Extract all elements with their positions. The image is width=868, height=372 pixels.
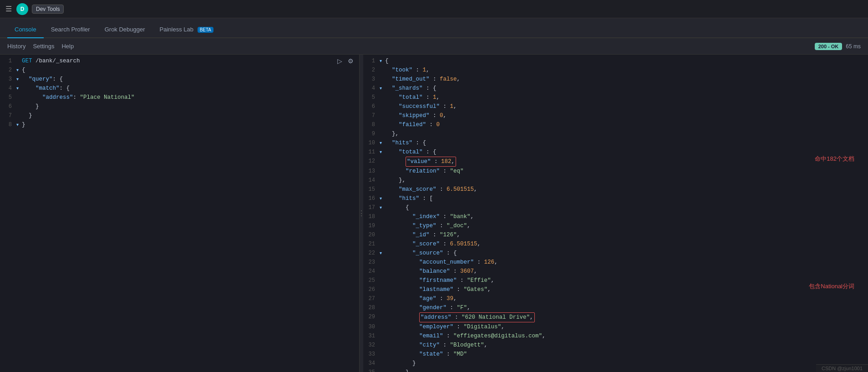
resp-line-12: 12 "value" : 182,: [363, 157, 868, 167]
settings-button[interactable]: Settings: [33, 41, 54, 51]
resp-line-24: 24 "balance" : 3607,: [363, 267, 868, 276]
resp-line-2: 2 "took" : 1,: [363, 66, 868, 75]
avatar: D: [16, 3, 28, 15]
editor-panel: 1 GET /bank/_search ▷ ⚙ 2 ▾ { 3 ▾ "query…: [0, 55, 360, 372]
editor-line-2: 2 ▾ {: [0, 66, 359, 75]
resp-line-33: 33 "state" : "MD": [363, 350, 868, 359]
resp-line-16: 16 ▾ "hits" : [: [363, 194, 868, 203]
run-button[interactable]: ▷: [335, 56, 344, 66]
resp-line-19: 19 "_type" : "_doc",: [363, 221, 868, 230]
editor-line-5: 5 "address": "Place National": [0, 93, 359, 102]
resp-line-28: 28 "gender" : "F",: [363, 303, 868, 312]
top-bar: ☰ D Dev Tools: [0, 0, 868, 18]
resp-line-10: 10 ▾ "hits" : {: [363, 138, 868, 148]
editor-line-7: 7 }: [0, 111, 359, 120]
resp-line-18: 18 "_index" : "bank",: [363, 212, 868, 221]
secondary-bar: History Settings Help 200 - OK 65 ms: [0, 38, 868, 55]
panel-resizer[interactable]: [360, 55, 363, 372]
resp-line-21: 21 "_score" : 6.501515,: [363, 240, 868, 249]
resp-line-34: 34 }: [363, 359, 868, 368]
tab-console[interactable]: Console: [7, 21, 44, 38]
resp-line-6: 6 "successful" : 1,: [363, 102, 868, 111]
main-content: 1 GET /bank/_search ▷ ⚙ 2 ▾ { 3 ▾ "query…: [0, 55, 868, 372]
resp-line-9: 9 },: [363, 129, 868, 138]
resp-line-15: 15 "max_score" : 6.501515,: [363, 185, 868, 194]
resp-line-20: 20 "_id" : "126",: [363, 230, 868, 240]
resp-line-13: 13 "relation" : "eq": [363, 167, 868, 176]
response-panel: 1 ▾ { 2 "took" : 1, 3 "timed_out" : fals…: [363, 55, 868, 372]
status-ok-badge: 200 - OK: [815, 43, 843, 50]
resp-line-4: 4 ▾ "_shards" : {: [363, 84, 868, 93]
resp-line-11: 11 ▾ "total" : {: [363, 148, 868, 157]
beta-badge: BETA: [198, 27, 213, 33]
editor-line-4: 4 ▾ "match": {: [0, 84, 359, 93]
editor-line-6: 6 }: [0, 102, 359, 111]
resp-line-30: 30 "employer" : "Digitalus",: [363, 322, 868, 331]
tab-search-profiler[interactable]: Search Profiler: [44, 21, 97, 38]
tab-bar: Console Search Profiler Grok Debugger Pa…: [0, 18, 868, 38]
editor-line-3: 3 ▾ "query": {: [0, 75, 359, 84]
resp-line-7: 7 "skipped" : 0,: [363, 111, 868, 120]
editor-line-8: 8 ▾ }: [0, 120, 359, 129]
dev-tools-badge[interactable]: Dev Tools: [32, 5, 64, 14]
tab-painless-lab[interactable]: Painless Lab BETA: [152, 21, 221, 38]
resp-line-1: 1 ▾ {: [363, 56, 868, 66]
footer-label: CSDN @zjun1001: [822, 366, 863, 371]
status-time: 65 ms: [846, 43, 861, 50]
resp-line-5: 5 "total" : 1,: [363, 93, 868, 102]
resp-line-3: 3 "timed_out" : false,: [363, 75, 868, 84]
history-button[interactable]: History: [7, 41, 25, 51]
resp-line-32: 32 "city" : "Blodgett",: [363, 341, 868, 350]
help-button[interactable]: Help: [61, 41, 74, 51]
footer: CSDN @zjun1001: [816, 364, 868, 372]
resp-line-8: 8 "failed" : 0: [363, 120, 868, 129]
editor-line-1: 1 GET /bank/_search: [0, 56, 359, 66]
resp-line-29: 29 "address" : "620 National Drive",: [363, 312, 868, 322]
editor-area[interactable]: 1 GET /bank/_search ▷ ⚙ 2 ▾ { 3 ▾ "query…: [0, 55, 359, 372]
resp-line-26: 26 "lastname" : "Gates",: [363, 285, 868, 294]
resp-line-23: 23 "account_number" : 126,: [363, 258, 868, 267]
resp-line-27: 27 "age" : 39,: [363, 294, 868, 303]
editor-line-actions: ▷ ⚙: [335, 56, 355, 66]
resp-line-17: 17 ▾ {: [363, 203, 868, 212]
resp-line-22: 22 ▾ "_source" : {: [363, 249, 868, 258]
resp-line-35: 35 },: [363, 368, 868, 372]
resp-line-25: 25 "firstname" : "Effie",: [363, 276, 868, 285]
tab-grok-debugger[interactable]: Grok Debugger: [97, 21, 152, 38]
copy-as-curl-button[interactable]: ⚙: [346, 56, 355, 66]
resp-line-14: 14 },: [363, 176, 868, 185]
resp-line-31: 31 "email" : "effiegates@digitalus.com",: [363, 331, 868, 341]
hamburger-icon[interactable]: ☰: [5, 5, 12, 13]
